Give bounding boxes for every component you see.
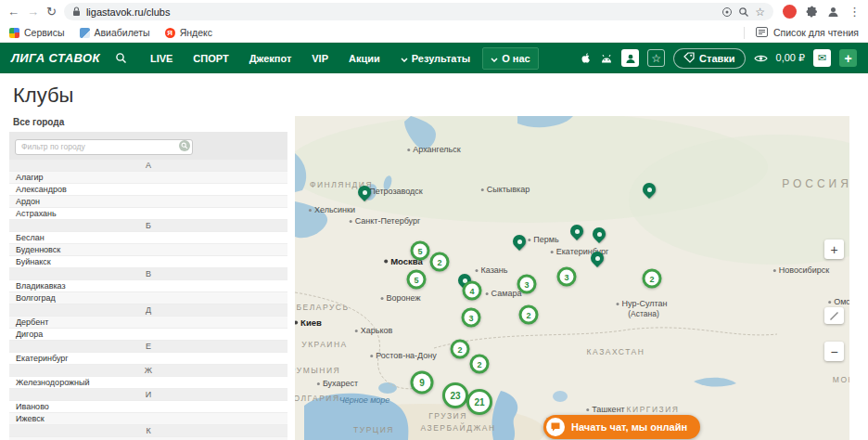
- bets-label: Ставки: [699, 53, 734, 64]
- nav-item-label: Джекпот: [249, 53, 292, 64]
- map-label: Сыктывкар: [481, 185, 530, 194]
- logo[interactable]: ЛИГА СТАВОК: [11, 51, 100, 65]
- city-item[interactable]: Екатеринбург: [9, 353, 287, 365]
- chat-bubble-icon: [546, 418, 565, 436]
- filter-search-icon[interactable]: [179, 140, 190, 151]
- city-filter-input[interactable]: [15, 139, 193, 155]
- map-label: Петрозаводск: [364, 187, 423, 196]
- map-label: Харьков: [355, 326, 393, 335]
- city-item[interactable]: Дигора: [9, 329, 287, 341]
- map-label: Омск: [828, 297, 849, 306]
- cluster-marker[interactable]: 2: [519, 305, 539, 325]
- bookmark-item[interactable]: Сервисы: [9, 27, 65, 38]
- chat-button[interactable]: Начать чат, мы онлайн: [543, 415, 700, 439]
- favorites-star-icon[interactable]: ☆: [647, 49, 665, 67]
- nav-item-результаты[interactable]: Результаты: [392, 47, 479, 70]
- bookmark-label: Авиабилеты: [95, 27, 150, 38]
- apple-icon[interactable]: [581, 52, 592, 64]
- map-label: Нур-Султан: [617, 299, 668, 308]
- map-label: Пермь: [528, 235, 558, 244]
- measure-ruler-button[interactable]: [824, 307, 844, 324]
- notification-badge[interactable]: [783, 5, 797, 19]
- cluster-marker[interactable]: 2: [470, 355, 490, 374]
- cluster-marker[interactable]: 5: [411, 241, 430, 261]
- map-pin-icon[interactable]: [358, 186, 371, 199]
- city-item[interactable]: Волгоград: [9, 292, 287, 304]
- zoom-in-button[interactable]: +: [824, 239, 844, 259]
- cluster-marker[interactable]: 4: [463, 281, 482, 301]
- forward-icon[interactable]: →: [27, 6, 39, 18]
- menu-dots-icon[interactable]: ⋮: [849, 6, 861, 18]
- map-label: Самара: [486, 289, 522, 298]
- sidebar-header: Все города: [13, 117, 287, 127]
- nav-item-акции[interactable]: Акции: [340, 47, 389, 70]
- deposit-plus-button[interactable]: +: [839, 49, 857, 67]
- cluster-marker[interactable]: 3: [517, 275, 537, 294]
- profile-icon[interactable]: [827, 6, 839, 18]
- city-item[interactable]: Ижевск: [9, 413, 287, 425]
- android-icon[interactable]: [600, 54, 613, 63]
- map-label: Ростов-на-Дону: [370, 351, 437, 360]
- account-card-icon[interactable]: [621, 49, 639, 67]
- address-bar[interactable]: ligastavok.ru/clubs ☆: [64, 3, 773, 20]
- city-item[interactable]: Буденновск: [9, 244, 287, 256]
- back-icon[interactable]: ←: [7, 6, 19, 18]
- cluster-marker[interactable]: 2: [451, 340, 470, 359]
- chat-label: Начать чат, мы онлайн: [571, 421, 687, 433]
- map-pin-icon[interactable]: [570, 225, 583, 238]
- bookmarks-bar: СервисыАвиабилетыЯЯндекс Список для чтен…: [0, 23, 868, 43]
- cluster-marker[interactable]: 5: [407, 270, 427, 290]
- zoom-icon[interactable]: [738, 6, 749, 18]
- cluster-marker[interactable]: 3: [462, 308, 481, 328]
- reading-list-button[interactable]: Список для чтения: [744, 27, 859, 39]
- map-label: ГРУЗИЯ: [428, 411, 467, 421]
- map-pin-icon[interactable]: [643, 183, 656, 196]
- map-label: МОНГОЛИЯ: [833, 375, 849, 384]
- city-item[interactable]: Алагир: [9, 172, 287, 184]
- nav-item-live[interactable]: LIVE: [142, 47, 181, 70]
- nav-item-джекпот[interactable]: Джекпот: [241, 47, 300, 70]
- map-label: УКРАИНА: [301, 340, 348, 349]
- city-item[interactable]: Владикавказ: [9, 280, 287, 292]
- city-item[interactable]: Александров: [9, 184, 287, 196]
- map-pin-icon[interactable]: [593, 227, 606, 240]
- cluster-marker[interactable]: 21: [466, 389, 492, 415]
- bookmark-item[interactable]: ЯЯндекс: [165, 27, 212, 38]
- cluster-marker[interactable]: 2: [430, 252, 450, 272]
- search-icon[interactable]: [115, 52, 127, 64]
- bookmark-item[interactable]: Авиабилеты: [80, 27, 150, 38]
- city-item[interactable]: Дербент: [9, 317, 287, 329]
- map-label: БОЛГАРИЯ: [295, 394, 340, 403]
- zoom-out-button[interactable]: −: [824, 342, 844, 361]
- cluster-marker[interactable]: 23: [442, 382, 468, 408]
- city-item[interactable]: Иваново: [9, 401, 287, 413]
- reading-list-label: Список для чтения: [773, 27, 859, 38]
- nav-item-label: Акции: [349, 53, 380, 64]
- city-item[interactable]: Казань: [9, 437, 287, 440]
- extensions-puzzle-icon[interactable]: [806, 6, 818, 18]
- city-item[interactable]: Буйнакск: [9, 256, 287, 268]
- bookmark-star-icon[interactable]: ☆: [755, 6, 765, 19]
- city-item[interactable]: Ардон: [9, 196, 287, 208]
- eye-icon[interactable]: [754, 54, 768, 63]
- nav-item-о-нас[interactable]: О нас: [482, 47, 539, 70]
- nav-item-спорт[interactable]: СПОРТ: [185, 47, 236, 70]
- map-label: БЕЛАРУСЬ: [296, 303, 349, 312]
- bets-button[interactable]: Ставки: [673, 48, 745, 69]
- cluster-marker[interactable]: 2: [643, 269, 662, 289]
- city-item[interactable]: Железнодорожный: [9, 377, 287, 389]
- clubs-map[interactable]: АрхангельскФИНЛЯНДИЯПетрозаводскСыктывка…: [295, 116, 849, 440]
- cluster-marker[interactable]: 3: [557, 267, 577, 287]
- map-pin-icon[interactable]: [513, 235, 526, 248]
- site-info-icon[interactable]: [721, 6, 733, 18]
- page-title: Клубы: [13, 84, 73, 108]
- city-item[interactable]: Астрахань: [9, 208, 287, 220]
- mail-icon[interactable]: ✉: [813, 49, 831, 67]
- nav-item-vip[interactable]: VIP: [303, 47, 337, 70]
- nav-item-label: VIP: [312, 53, 328, 64]
- cluster-marker[interactable]: 9: [411, 371, 434, 395]
- map-pin-icon[interactable]: [591, 252, 604, 265]
- toolbar-right: ⋮: [781, 5, 861, 19]
- refresh-icon[interactable]: ↻: [46, 6, 57, 18]
- city-item[interactable]: Беслан: [9, 232, 287, 244]
